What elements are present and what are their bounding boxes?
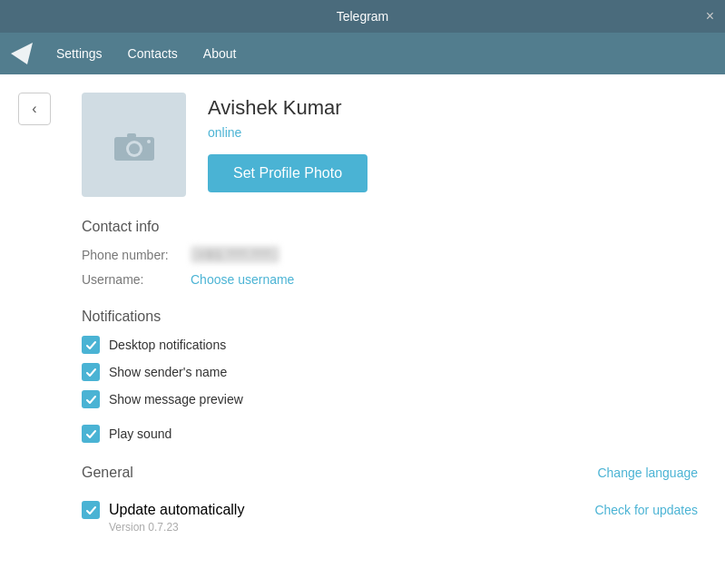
profile-name: Avishek Kumar (208, 96, 367, 120)
update-automatically-row: Update automatically Check for updates (82, 501, 698, 519)
show-message-preview-row: Show message preview (82, 390, 698, 408)
notifications-section: Notifications Desktop notifications Show… (82, 309, 698, 443)
app-title: Telegram (337, 9, 389, 24)
profile-section: Avishek Kumar online Set Profile Photo (82, 93, 698, 197)
main-content: ‹ Avishek Kumar online Set Profile Photo… (0, 74, 725, 588)
choose-username-link[interactable]: Choose username (191, 272, 294, 287)
svg-point-5 (147, 140, 151, 143)
general-header: General Change language (82, 465, 698, 481)
phone-value: +91 *** *** (191, 246, 279, 263)
username-row: Username: Choose username (82, 272, 698, 287)
set-profile-photo-button[interactable]: Set Profile Photo (208, 154, 367, 192)
check-icon (85, 428, 97, 440)
update-auto-left: Update automatically (82, 501, 244, 519)
general-section: General Change language Update automatic… (82, 465, 698, 534)
contact-info-section: Contact info Phone number: +91 *** *** U… (82, 219, 698, 287)
svg-marker-0 (11, 43, 33, 64)
profile-info: Avishek Kumar online Set Profile Photo (208, 93, 367, 192)
show-sender-name-label: Show sender's name (109, 365, 227, 379)
camera-icon (113, 128, 156, 162)
close-button[interactable]: × (706, 9, 714, 24)
svg-point-3 (129, 143, 140, 154)
desktop-notifications-row: Desktop notifications (82, 336, 698, 354)
update-auto-label: Update automatically (109, 502, 244, 518)
check-for-updates-link[interactable]: Check for updates (594, 503, 698, 517)
play-sound-row: Play sound (82, 425, 698, 443)
phone-number-row: Phone number: +91 *** *** (82, 246, 698, 263)
update-auto-checkbox[interactable] (82, 501, 100, 519)
notifications-title: Notifications (82, 309, 698, 325)
username-label: Username: (82, 272, 191, 287)
general-title: General (82, 465, 133, 481)
play-sound-label: Play sound (109, 426, 171, 441)
profile-status: online (208, 125, 367, 140)
version-text: Version 0.7.23 (109, 521, 698, 534)
check-icon (85, 339, 97, 351)
check-icon (85, 394, 97, 406)
back-arrow-icon: ‹ (32, 101, 36, 117)
contact-info-title: Contact info (82, 219, 698, 235)
change-language-link[interactable]: Change language (597, 466, 698, 480)
menu-item-contacts[interactable]: Contacts (117, 41, 189, 66)
svg-rect-4 (127, 133, 136, 138)
check-icon (85, 367, 97, 378)
check-icon (85, 505, 97, 516)
show-sender-name-checkbox[interactable] (82, 363, 100, 381)
phone-label: Phone number: (82, 248, 191, 262)
app-logo (9, 41, 34, 66)
show-message-preview-label: Show message preview (109, 392, 243, 407)
menu-item-about[interactable]: About (192, 41, 248, 66)
avatar (82, 93, 186, 197)
show-message-preview-checkbox[interactable] (82, 390, 100, 408)
menu-item-settings[interactable]: Settings (45, 41, 113, 66)
show-sender-name-row: Show sender's name (82, 363, 698, 381)
desktop-notifications-checkbox[interactable] (82, 336, 100, 354)
back-button[interactable]: ‹ (18, 93, 51, 125)
play-sound-checkbox[interactable] (82, 425, 100, 443)
title-bar: Telegram × (0, 0, 725, 33)
desktop-notifications-label: Desktop notifications (109, 338, 226, 352)
menu-bar: Settings Contacts About (0, 33, 725, 74)
